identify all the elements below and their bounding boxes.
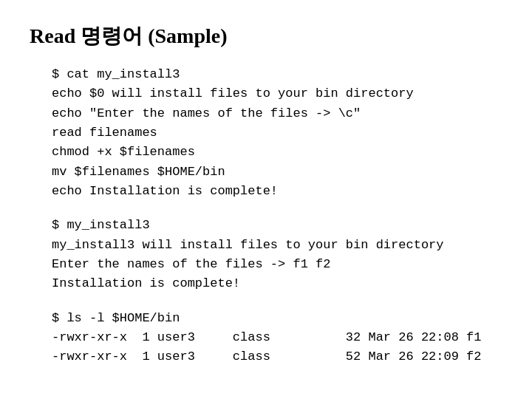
code-line: -rwxr-xr-x 1 user3 class 52 Mar 26 22:09… [52,347,502,366]
code-line: $ ls -l $HOME/bin [52,309,502,328]
code-line: Installation is complete! [52,274,502,293]
code-line: echo "Enter the names of the files -> \c… [52,104,502,123]
code-line: $ cat my_install3 [52,65,502,84]
code-line: -rwxr-xr-x 1 user3 class 32 Mar 26 22:08… [52,328,502,347]
run-section: $ my_install3my_install3 will install fi… [52,216,502,293]
code-line: chmod +x $filenames [52,143,502,162]
code-line: echo Installation is complete! [52,182,502,201]
ls-section: $ ls -l $HOME/bin-rwxr-xr-x 1 user3 clas… [52,309,502,367]
code-line: mv $filenames $HOME/bin [52,163,502,182]
page: Read 명령어 (Sample) $ cat my_install3echo … [0,0,532,399]
code-line: echo $0 will install files to your bin d… [52,84,502,103]
code-line: Enter the names of the files -> f1 f2 [52,255,502,274]
content-area: $ cat my_install3echo $0 will install fi… [30,65,502,367]
code-line: read filenames [52,123,502,143]
script-section: $ cat my_install3echo $0 will install fi… [52,65,502,201]
code-line: my_install3 will install files to your b… [52,236,502,255]
code-line: $ my_install3 [52,216,502,235]
page-title: Read 명령어 (Sample) [30,22,502,50]
